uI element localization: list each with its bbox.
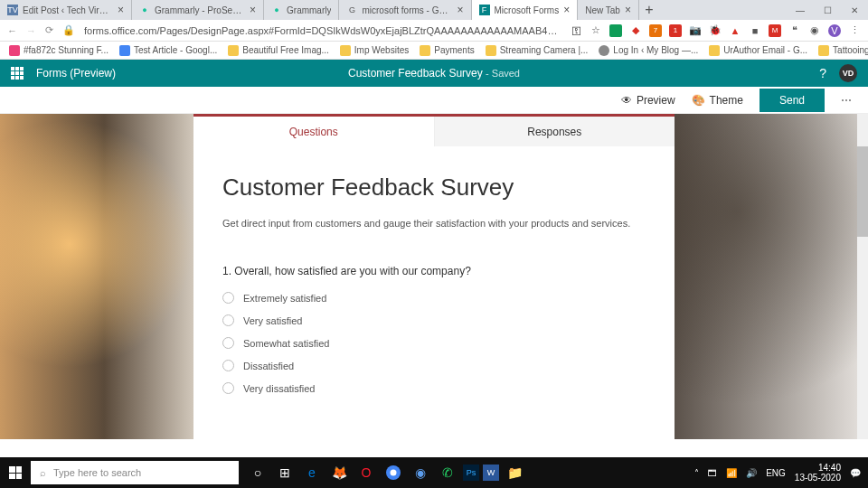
ext-icon[interactable]: ▲ — [729, 24, 741, 37]
key-icon[interactable]: ⚿ — [570, 24, 582, 37]
taskbar-search[interactable]: ⌕Type here to search — [31, 461, 239, 484]
ext-icon[interactable] — [609, 24, 622, 37]
ext-icon[interactable]: ■ — [749, 24, 761, 37]
tab-questions[interactable]: Questions — [193, 117, 434, 146]
close-icon[interactable]: × — [118, 5, 124, 15]
maximize-button[interactable]: ☐ — [814, 0, 841, 20]
browser-tab[interactable]: ●Grammarly — [264, 0, 339, 20]
bookmark[interactable]: Tattooing — [818, 45, 868, 56]
ext-icon[interactable]: 1 — [669, 24, 682, 37]
scrollbar-thumb[interactable] — [857, 146, 868, 237]
ext-icon[interactable]: 7 — [649, 24, 662, 37]
survey-title[interactable]: Customer Feedback Survey — [222, 174, 646, 202]
ext-icon[interactable]: 📷 — [689, 24, 702, 37]
chromium-icon[interactable]: ◉ — [409, 461, 432, 484]
back-button[interactable]: ← — [7, 25, 17, 36]
option-row[interactable]: Very dissatisfied — [222, 382, 646, 394]
battery-icon[interactable]: 🗔 — [708, 468, 717, 478]
help-icon[interactable]: ? — [819, 66, 826, 80]
theme-button[interactable]: 🎨Theme — [692, 94, 743, 107]
close-icon[interactable]: × — [625, 5, 631, 15]
clock[interactable]: 14:4013-05-2020 — [795, 463, 841, 483]
close-icon[interactable]: × — [457, 5, 463, 15]
bookmark[interactable]: Streaming Camera |... — [486, 45, 589, 56]
app-launcher-icon[interactable] — [11, 67, 24, 80]
minimize-button[interactable]: — — [787, 0, 814, 20]
time: 14:40 — [795, 463, 841, 473]
windows-icon — [9, 466, 22, 479]
bookmark[interactable]: Log In ‹ My Blog —... — [599, 45, 698, 56]
browser-tab[interactable]: TVEdit Post ‹ Tech Viral — Wor× — [0, 0, 132, 20]
radio-icon[interactable] — [222, 337, 234, 349]
bookmark[interactable]: UrAuthor Email - G... — [709, 45, 807, 56]
explorer-icon[interactable]: 📁 — [503, 461, 526, 484]
send-button[interactable]: Send — [760, 89, 825, 112]
volume-icon[interactable]: 🔊 — [746, 468, 757, 478]
browser-tab[interactable]: ●Grammarly - ProSeoTools_× — [132, 0, 264, 20]
firefox-icon[interactable]: 🦊 — [327, 461, 351, 484]
photoshop-icon[interactable]: Ps — [463, 465, 479, 481]
bookmark[interactable]: Payments — [420, 45, 474, 56]
browser-tab[interactable]: New Tab× — [578, 0, 639, 20]
form-card: Questions Responses Customer Feedback Su… — [193, 114, 675, 439]
bookmark[interactable]: Test Article - Googl... — [119, 45, 217, 56]
radio-icon[interactable] — [222, 314, 234, 326]
profile-avatar[interactable]: V — [828, 24, 841, 37]
new-tab-button[interactable]: + — [639, 0, 659, 20]
opera-icon[interactable]: O — [354, 461, 378, 484]
preview-button[interactable]: 👁Preview — [621, 94, 675, 107]
bookmark-label: #fa872c Stunning F... — [24, 45, 108, 55]
reload-button[interactable]: ⟳ — [45, 24, 53, 36]
more-icon[interactable]: ⋯ — [841, 94, 854, 107]
menu-icon[interactable]: ⋮ — [848, 24, 861, 37]
star-icon[interactable]: ☆ — [590, 24, 602, 37]
tab-responses[interactable]: Responses — [434, 117, 675, 146]
option-row[interactable]: Very satisfied — [222, 314, 646, 326]
close-icon[interactable]: × — [250, 5, 256, 15]
ext-icon[interactable]: ◆ — [629, 24, 642, 37]
wifi-icon[interactable]: 📶 — [726, 468, 737, 478]
cortana-icon[interactable]: ○ — [246, 461, 269, 484]
close-button[interactable]: ✕ — [841, 0, 868, 20]
notifications-icon[interactable]: 💬 — [850, 468, 861, 478]
option-row[interactable]: Dissatisfied — [222, 360, 646, 371]
bookmark-label: UrAuthor Email - G... — [723, 45, 807, 55]
ext-icon[interactable]: ◉ — [808, 24, 821, 37]
taskbar-apps: ○ ⊞ e 🦊 O ◉ ✆ Ps W 📁 — [246, 461, 526, 484]
option-row[interactable]: Extremely satisfied — [222, 292, 646, 304]
language-indicator[interactable]: ENG — [766, 468, 786, 478]
radio-icon[interactable] — [222, 382, 234, 394]
edge-icon[interactable]: e — [300, 461, 324, 484]
tray-chevron-icon[interactable]: ˄ — [694, 468, 699, 478]
tab-title: Microsoft Forms — [495, 5, 560, 15]
svg-point-1 — [391, 470, 397, 476]
forward-button[interactable]: → — [26, 25, 36, 36]
bookmark[interactable]: Beautiful Free Imag... — [228, 45, 329, 56]
browser-tab[interactable]: Gmicrosoft forms - Google Se× — [339, 0, 471, 20]
bookmark-label: Payments — [434, 45, 474, 55]
radio-icon[interactable] — [222, 360, 234, 371]
bookmark[interactable]: Imp Websites — [340, 45, 409, 56]
question-1[interactable]: 1. Overall, how satisfied are you with o… — [222, 265, 646, 394]
radio-icon[interactable] — [222, 292, 234, 304]
close-icon[interactable]: × — [563, 5, 570, 15]
form-body: Customer Feedback Survey Get direct inpu… — [193, 146, 675, 432]
survey-description[interactable]: Get direct input from customers and gaug… — [222, 218, 646, 229]
bookmark[interactable]: #fa872c Stunning F... — [9, 45, 108, 56]
option-row[interactable]: Somewhat satisfied — [222, 337, 646, 349]
bookmark-icon — [119, 45, 130, 56]
vertical-scrollbar[interactable] — [857, 114, 868, 439]
ext-icon[interactable]: M — [769, 24, 781, 37]
ext-icon[interactable]: ❝ — [788, 24, 801, 37]
start-button[interactable] — [0, 466, 31, 479]
user-avatar[interactable]: VD — [839, 64, 857, 82]
word-icon[interactable]: W — [483, 465, 499, 481]
chrome-icon[interactable] — [382, 461, 405, 484]
url-field[interactable]: forms.office.com/Pages/DesignPage.aspx#F… — [84, 25, 561, 36]
whatsapp-icon[interactable]: ✆ — [436, 461, 459, 484]
browser-tab-active[interactable]: FMicrosoft Forms× — [472, 0, 579, 20]
form-name[interactable]: Customer Feedback Survey - Saved — [348, 67, 520, 80]
lock-icon[interactable]: 🔒 — [62, 24, 75, 36]
ext-icon[interactable]: 🐞 — [709, 24, 722, 37]
task-view-icon[interactable]: ⊞ — [273, 461, 297, 484]
